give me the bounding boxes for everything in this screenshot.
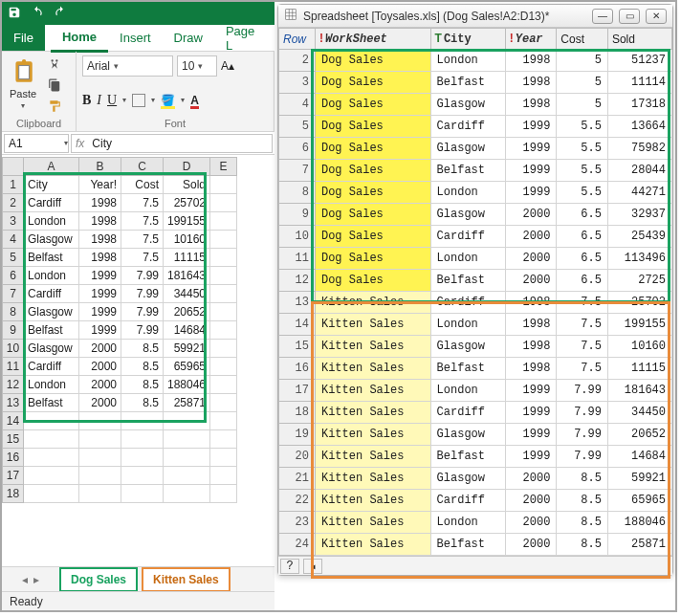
table-row[interactable]: 6 Dog Sales Glasgow 1999 5.5 75982 — [279, 138, 672, 160]
sheet-tabs-row: ◂ ▸ Dog Sales Kitten Sales — [2, 566, 275, 591]
table-row[interactable]: 8 Dog Sales London 1999 5.5 44271 — [279, 182, 672, 204]
clipboard-group-label: Clipboard — [8, 116, 70, 129]
nav-next-icon[interactable]: ▸ — [33, 573, 39, 586]
table-row[interactable]: 3London19987.5199155 — [3, 212, 237, 231]
table-row[interactable]: 6London19997.99181643 — [3, 267, 237, 285]
format-painter-icon[interactable] — [44, 98, 65, 115]
table-row[interactable]: 13 Kitten Sales Cardiff 1998 7.5 25702 — [279, 292, 672, 314]
sheet-tab-kitten[interactable]: Kitten Sales — [142, 567, 231, 592]
table-row[interactable]: 12London20008.5188046 — [3, 376, 237, 394]
table-row[interactable]: 7Cardiff19997.9934450 — [3, 285, 237, 303]
close-button[interactable]: ✕ — [646, 9, 667, 24]
data-window-status: ? ◂ — [278, 556, 672, 575]
paste-button[interactable]: Paste ▾ — [8, 55, 38, 112]
svg-rect-1 — [286, 10, 297, 20]
data-window: Spreadsheet [Toysales.xls] (Dog Sales!A2… — [277, 4, 673, 576]
table-row[interactable]: 15 Kitten Sales Glasgow 1998 7.5 10160 — [279, 336, 672, 358]
table-row[interactable]: 9Belfast19997.9914684 — [3, 321, 237, 340]
table-row[interactable]: 23 Kitten Sales London 2000 8.5 188046 — [279, 512, 672, 534]
ribbon-group-clipboard: Paste ▾ Clipboard — [2, 52, 77, 131]
ribbon-tabs: File Home Insert Draw Page L — [2, 25, 275, 52]
table-row[interactable]: 7 Dog Sales Belfast 1999 5.5 28044 — [279, 160, 672, 182]
table-row[interactable]: 3 Dog Sales Belfast 1998 5 11114 — [279, 72, 672, 94]
font-size-combo[interactable]: 10▾ — [177, 55, 217, 77]
table-row[interactable]: 17 Kitten Sales London 1999 7.99 181643 — [279, 380, 672, 402]
tab-insert[interactable]: Insert — [108, 25, 163, 51]
table-row[interactable]: 16 Kitten Sales Belfast 1998 7.5 11115 — [279, 358, 672, 380]
font-size-value: 10 — [182, 59, 194, 73]
save-icon[interactable] — [8, 6, 21, 22]
excel-app: File Home Insert Draw Page L Paste ▾ — [2, 2, 275, 610]
table-row[interactable]: 10 Dog Sales Cardiff 2000 6.5 25439 — [279, 226, 672, 248]
table-row[interactable]: 20 Kitten Sales Belfast 1999 7.99 14684 — [279, 446, 672, 468]
data-window-title: Spreadsheet [Toysales.xls] (Dog Sales!A2… — [303, 10, 586, 23]
sheet-area: ABCDE1CityYear!CostSold2Cardiff19987.525… — [2, 155, 275, 503]
table-row[interactable]: 2Cardiff19987.525702 — [3, 194, 237, 212]
help-button[interactable]: ? — [280, 559, 299, 574]
data-grid-wrap: Row !WorkSheet TCity !Year Cost Sold 2 D… — [278, 28, 672, 556]
fill-color-button[interactable]: 🪣 — [161, 94, 175, 107]
table-row[interactable]: 10Glasgow20008.559921 — [3, 340, 237, 358]
underline-button[interactable]: U — [107, 93, 117, 108]
table-row[interactable]: 5 Dog Sales Cardiff 1999 5.5 13664 — [279, 116, 672, 138]
table-row[interactable]: 9 Dog Sales Glasgow 2000 6.5 32937 — [279, 204, 672, 226]
tab-home[interactable]: Home — [51, 24, 108, 53]
table-row[interactable]: 22 Kitten Sales Cardiff 2000 8.5 65965 — [279, 490, 672, 512]
status-text: Ready — [10, 595, 43, 608]
table-row[interactable]: 11 Dog Sales London 2000 6.5 113496 — [279, 248, 672, 270]
svg-rect-0 — [19, 66, 30, 79]
table-row[interactable]: 19 Kitten Sales Glasgow 1999 7.99 20652 — [279, 424, 672, 446]
italic-button[interactable]: I — [97, 93, 101, 108]
table-row[interactable]: 14 Kitten Sales London 1998 7.5 199155 — [279, 314, 672, 336]
table-row[interactable]: 13Belfast20008.525871 — [3, 394, 237, 412]
table-row[interactable]: 4 Dog Sales Glasgow 1998 5 17318 — [279, 94, 672, 116]
formula-value: City — [92, 137, 112, 150]
tab-draw[interactable]: Draw — [163, 25, 214, 51]
ribbon: Paste ▾ Clipboard Arial▾ — [2, 52, 275, 132]
bold-button[interactable]: B — [82, 93, 91, 108]
table-row[interactable]: 2 Dog Sales London 1998 5 51237 — [279, 50, 672, 72]
copy-icon[interactable] — [44, 77, 65, 94]
table-row[interactable]: 4Glasgow19987.510160 — [3, 231, 237, 249]
nav-prev-icon[interactable]: ◂ — [22, 573, 28, 586]
tab-file[interactable]: File — [2, 25, 45, 51]
table-row[interactable]: 18 Kitten Sales Cardiff 1999 7.99 34450 — [279, 402, 672, 424]
font-color-button[interactable]: A — [190, 94, 199, 107]
spreadsheet-icon — [284, 8, 297, 24]
sheet-tab-dog[interactable]: Dog Sales — [59, 567, 138, 592]
redo-icon[interactable] — [54, 6, 67, 22]
paste-label: Paste — [10, 88, 36, 99]
table-row[interactable]: 11Cardiff20008.565965 — [3, 358, 237, 376]
table-row[interactable]: 21 Kitten Sales Glasgow 2000 8.5 59921 — [279, 468, 672, 490]
prev-button[interactable]: ◂ — [303, 559, 322, 574]
cut-icon[interactable] — [44, 55, 65, 73]
formula-bar[interactable]: fx City — [71, 134, 273, 153]
font-group-label: Font — [82, 116, 268, 129]
formula-bar-row: A1▾ fx City — [2, 132, 275, 155]
worksheet-grid[interactable]: ABCDE1CityYear!CostSold2Cardiff19987.525… — [2, 157, 237, 503]
table-row[interactable]: 8Glasgow19997.9920652 — [3, 303, 237, 321]
ribbon-group-font: Arial▾ 10▾ A▴ B I U▾ ▾ 🪣▾ A Font — [77, 52, 275, 131]
fx-icon: fx — [76, 137, 84, 150]
minimize-button[interactable]: — — [592, 9, 613, 24]
name-box-value: A1 — [9, 137, 23, 150]
maximize-button[interactable]: ▭ — [619, 9, 640, 24]
sheet-nav-buttons[interactable]: ◂ ▸ — [2, 573, 59, 586]
name-box[interactable]: A1▾ — [4, 134, 69, 153]
table-row[interactable]: 24 Kitten Sales Belfast 2000 8.5 25871 — [279, 534, 672, 556]
table-row[interactable]: 5Belfast19987.511115 — [3, 249, 237, 267]
data-window-titlebar[interactable]: Spreadsheet [Toysales.xls] (Dog Sales!A2… — [278, 5, 672, 28]
table-row[interactable]: 12 Dog Sales Belfast 2000 6.5 2725 — [279, 270, 672, 292]
undo-icon[interactable] — [31, 6, 44, 22]
font-name-combo[interactable]: Arial▾ — [82, 55, 173, 77]
border-button[interactable] — [132, 94, 145, 107]
status-bar: Ready — [2, 591, 275, 610]
font-name-value: Arial — [87, 59, 110, 73]
increase-font-icon[interactable]: A▴ — [221, 59, 234, 73]
data-grid[interactable]: Row !WorkSheet TCity !Year Cost Sold 2 D… — [278, 28, 672, 556]
